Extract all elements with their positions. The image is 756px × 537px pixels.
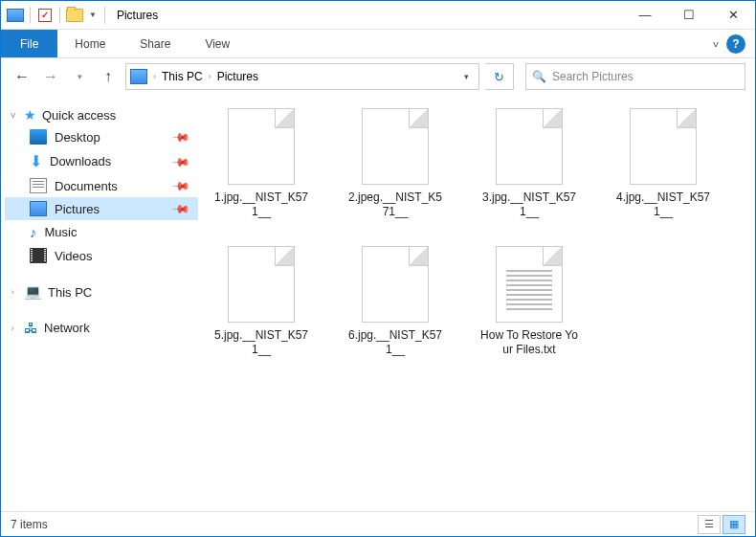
- chevron-right-icon[interactable]: ›: [7, 287, 18, 297]
- address-dropdown-icon[interactable]: ▾: [458, 72, 475, 81]
- maximize-button[interactable]: ☐: [667, 1, 711, 30]
- details-view-button[interactable]: ☰: [698, 515, 721, 534]
- recent-locations-icon[interactable]: ▾: [68, 65, 91, 88]
- sidebar-item-label: Music: [45, 225, 78, 239]
- page-fold-icon: [543, 109, 562, 128]
- chevron-right-icon[interactable]: ›: [209, 72, 211, 81]
- file-thumbnail: [630, 108, 697, 185]
- help-button[interactable]: ?: [726, 34, 745, 54]
- pin-icon: 📌: [171, 199, 191, 219]
- sidebar-item-videos[interactable]: Videos: [5, 244, 198, 267]
- file-thumbnail: [362, 246, 429, 323]
- file-pane[interactable]: 1.jpg.__NIST_K571__2.jpeg.__NIST_K571__3…: [202, 95, 755, 511]
- sidebar-item-documents[interactable]: Documents📌: [5, 174, 198, 197]
- minimize-button[interactable]: —: [623, 1, 667, 30]
- sidebar-item-music[interactable]: ♪Music: [5, 220, 198, 244]
- file-item[interactable]: 2.jpeg.__NIST_K571__: [345, 108, 445, 219]
- chevron-right-icon[interactable]: ›: [153, 72, 156, 81]
- pin-icon: 📌: [171, 151, 191, 171]
- page-fold-icon: [275, 247, 294, 266]
- new-folder-icon[interactable]: [64, 5, 85, 26]
- forward-button[interactable]: →: [39, 65, 62, 88]
- file-name: 2.jpeg.__NIST_K571__: [345, 190, 445, 219]
- back-button[interactable]: ←: [11, 65, 33, 88]
- sidebar-item-label: Documents: [55, 179, 118, 193]
- page-fold-icon: [677, 109, 696, 128]
- video-icon: [30, 248, 47, 263]
- page-fold-icon: [409, 247, 428, 266]
- expand-ribbon-icon[interactable]: ⅴ: [713, 38, 719, 49]
- page-fold-icon: [409, 109, 428, 128]
- breadcrumb-current[interactable]: Pictures: [217, 70, 258, 83]
- page-fold-icon: [543, 247, 562, 266]
- sidebar: ⅴ ★ Quick access Desktop📌⬇Downloads📌Docu…: [1, 95, 202, 511]
- pin-icon: 📌: [171, 127, 191, 147]
- file-item[interactable]: 3.jpg.__NIST_K571__: [479, 108, 579, 219]
- file-item[interactable]: 6.jpg.__NIST_K571__: [345, 246, 445, 357]
- qat-dropdown-icon[interactable]: ▼: [89, 11, 97, 19]
- sidebar-item-desktop[interactable]: Desktop📌: [5, 125, 198, 148]
- sidebar-item-quick-access[interactable]: ⅴ ★ Quick access: [5, 104, 198, 125]
- star-icon: ★: [24, 107, 36, 123]
- chevron-down-icon[interactable]: ⅴ: [7, 110, 18, 120]
- search-placeholder: Search Pictures: [552, 70, 634, 83]
- network-icon: 🖧: [24, 320, 38, 336]
- tab-share[interactable]: Share: [122, 30, 188, 57]
- navigation-row: ← → ▾ ↑ › This PC › Pictures ▾ ↻ 🔍 Searc…: [1, 58, 755, 95]
- separator: [59, 7, 60, 24]
- breadcrumb-root[interactable]: This PC: [162, 70, 203, 83]
- body: ⅴ ★ Quick access Desktop📌⬇Downloads📌Docu…: [1, 95, 755, 511]
- title-bar: ✓ ▼ Pictures — ☐ ✕: [1, 1, 755, 30]
- document-icon: [30, 178, 47, 193]
- address-bar[interactable]: › This PC › Pictures ▾: [125, 63, 479, 90]
- file-name: 5.jpg.__NIST_K571__: [211, 328, 311, 357]
- sidebar-item-label: Downloads: [50, 154, 111, 168]
- file-thumbnail: [228, 246, 295, 323]
- file-thumbnail: [228, 108, 295, 185]
- sidebar-item-downloads[interactable]: ⬇Downloads📌: [5, 148, 198, 174]
- status-bar: 7 items ☰ ▦: [1, 511, 755, 536]
- thumbnails-view-button[interactable]: ▦: [723, 515, 745, 534]
- folder-icon: [130, 69, 147, 84]
- chevron-right-icon[interactable]: ›: [7, 324, 18, 333]
- page-fold-icon: [275, 109, 294, 128]
- tab-view[interactable]: View: [188, 30, 247, 57]
- music-icon: ♪: [30, 224, 37, 240]
- quick-access-toolbar: ✓ ▼: [1, 5, 100, 26]
- file-name: How To Restore Your Files.txt: [479, 328, 579, 357]
- tab-home[interactable]: Home: [57, 30, 122, 57]
- close-button[interactable]: ✕: [711, 1, 755, 30]
- up-button[interactable]: ↑: [97, 65, 120, 88]
- file-item[interactable]: 4.jpg.__NIST_K571__: [613, 108, 713, 219]
- properties-icon[interactable]: ✓: [34, 5, 56, 26]
- sidebar-item-label: Videos: [55, 249, 93, 263]
- file-name: 4.jpg.__NIST_K571__: [613, 190, 713, 219]
- sidebar-item-pictures[interactable]: Pictures📌: [5, 197, 198, 220]
- sidebar-item-label: Network: [44, 321, 90, 335]
- pictures-icon: [30, 201, 47, 216]
- file-name: 3.jpg.__NIST_K571__: [479, 190, 579, 219]
- file-grid: 1.jpg.__NIST_K571__2.jpeg.__NIST_K571__3…: [211, 108, 745, 357]
- file-item[interactable]: 5.jpg.__NIST_K571__: [211, 246, 311, 357]
- window-title: Pictures: [117, 9, 158, 22]
- sidebar-item-label: Pictures: [55, 202, 100, 216]
- file-item[interactable]: How To Restore Your Files.txt: [479, 246, 579, 357]
- sidebar-item-network[interactable]: › 🖧 Network: [5, 317, 198, 339]
- search-icon: 🔍: [532, 70, 546, 83]
- file-item[interactable]: 1.jpg.__NIST_K571__: [211, 108, 311, 219]
- refresh-button[interactable]: ↻: [485, 63, 514, 90]
- status-count: 7 items: [11, 518, 48, 531]
- file-tab[interactable]: File: [1, 30, 57, 57]
- file-thumbnail: [496, 108, 563, 185]
- file-name: 6.jpg.__NIST_K571__: [345, 328, 445, 357]
- search-input[interactable]: 🔍 Search Pictures: [525, 63, 745, 90]
- sidebar-item-this-pc[interactable]: › 💻 This PC: [5, 280, 198, 303]
- app-icon[interactable]: [5, 5, 26, 26]
- sidebar-item-label: Desktop: [55, 130, 100, 145]
- file-name: 1.jpg.__NIST_K571__: [211, 190, 311, 219]
- ribbon: File Home Share View ⅴ ?: [1, 30, 755, 58]
- download-icon: ⬇: [30, 152, 42, 170]
- separator: [30, 7, 31, 24]
- desktop-icon: [30, 129, 47, 145]
- sidebar-item-label: This PC: [48, 285, 92, 300]
